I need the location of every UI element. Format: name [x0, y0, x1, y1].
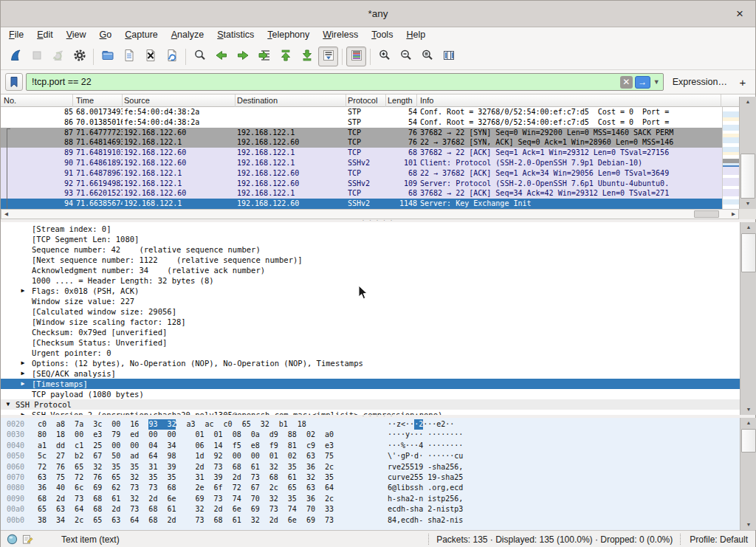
packet-row-85[interactable]: 8568.001734936fe:54:00:d4:38:2aSTP54Conf…: [1, 107, 722, 117]
hex-row-0040[interactable]: 0040a1 dd c1 25 00 00 04 34 06 14 f5 e8 …: [1, 441, 740, 451]
packet-row-89[interactable]: 8971.648191037192.168.122.60192.168.122.…: [1, 148, 722, 158]
go-to-packet-button[interactable]: [254, 47, 274, 66]
detail-line[interactable]: [Window size scaling factor: 128]: [1, 317, 740, 327]
column-header-time[interactable]: Time: [73, 94, 123, 107]
details-scrollbar[interactable]: ▲ ▼: [740, 222, 756, 415]
resize-columns-button[interactable]: [439, 47, 458, 66]
detail-line[interactable]: Sequence number: 42 (relative sequence n…: [1, 244, 740, 255]
hex-ascii[interactable]: \'·gP·d· ······cu: [388, 451, 463, 461]
filter-history-caret-icon[interactable]: ▼: [653, 78, 663, 86]
hex-ascii[interactable]: rve25519 -sha256,: [388, 462, 463, 472]
scroll-down-icon[interactable]: ▼: [740, 520, 756, 530]
zoom-out-button[interactable]: [396, 47, 416, 66]
scrollbar-thumb[interactable]: [741, 233, 756, 272]
bytes-scrollbar[interactable]: ▲ ▼: [740, 418, 756, 530]
scrollbar-thumb[interactable]: [741, 429, 756, 453]
hex-bytes[interactable]: a1 dd c1 25 00 00 04 34 06 14 f5 e8 f9 8…: [38, 441, 334, 451]
hex-row-0080[interactable]: 008036 40 6c 69 62 73 73 68 2e 6f 72 67 …: [1, 483, 740, 493]
hex-ascii[interactable]: 6@libssh .org,ecd: [388, 483, 463, 493]
go-back-button[interactable]: [211, 47, 231, 66]
filter-clear-icon[interactable]: ✕: [620, 76, 633, 89]
save-file-button[interactable]: [119, 47, 139, 66]
go-last-button[interactable]: [297, 47, 317, 66]
expression-button[interactable]: Expression…: [664, 77, 735, 87]
hex-row-00a0[interactable]: 00a065 63 64 68 2d 73 68 61 32 2d 6e 69 …: [1, 504, 740, 515]
detail-line[interactable]: [TCP Segment Len: 1080]: [1, 234, 740, 244]
menu-file[interactable]: File: [2, 27, 30, 44]
detail-line[interactable]: [Next sequence number: 1122 (relative se…: [1, 255, 740, 265]
menu-wireless[interactable]: Wireless: [316, 27, 365, 44]
display-filter-input[interactable]: [27, 74, 620, 90]
filter-add-button[interactable]: +: [735, 74, 751, 90]
hex-bytes[interactable]: 5c 27 b2 67 50 ad 64 98 1d 92 00 00 01 0…: [38, 451, 334, 461]
hex-ascii[interactable]: ···%···4 ········: [388, 441, 463, 451]
scroll-right-icon[interactable]: ▶: [729, 210, 738, 219]
menu-telephony[interactable]: Telephony: [261, 27, 316, 44]
expand-arrow-icon[interactable]: ▶: [18, 368, 27, 379]
menu-analyze[interactable]: Analyze: [165, 27, 210, 44]
find-packet-button[interactable]: [190, 47, 210, 66]
detail-line[interactable]: ▶Flags: 0x018 (PSH, ACK): [1, 286, 740, 296]
detail-line[interactable]: ▶SSH Version 2 (encryption:chacha20-poly…: [1, 410, 740, 415]
go-forward-button[interactable]: [233, 47, 252, 66]
packet-row-94[interactable]: 9471.663856741192.168.122.1192.168.122.6…: [1, 199, 722, 209]
column-header-source[interactable]: Source: [121, 94, 236, 107]
scroll-up-icon[interactable]: ▲: [740, 97, 756, 107]
detail-line[interactable]: Acknowledgment number: 34 (relative ack …: [1, 265, 740, 275]
detail-line[interactable]: ▼SSH Protocol: [1, 399, 740, 410]
detail-line[interactable]: [Checksum Status: Unverified]: [1, 337, 740, 348]
scroll-up-icon[interactable]: ▲: [740, 418, 756, 428]
capture-options-button[interactable]: [69, 47, 89, 66]
close-file-button[interactable]: [140, 47, 160, 66]
detail-line[interactable]: Checksum: 0x79ed [unverified]: [1, 327, 740, 337]
hex-bytes[interactable]: 80 18 00 e3 79 ed 00 00 01 01 08 0a d9 8…: [38, 430, 334, 440]
hex-ascii[interactable]: ··z<···2 ····e2··: [388, 419, 454, 430]
detail-line[interactable]: ▶[SEQ/ACK analysis]: [1, 368, 740, 379]
packet-row-91[interactable]: 9171.648789678192.168.122.1192.168.122.6…: [1, 168, 722, 179]
menu-go[interactable]: Go: [93, 27, 119, 44]
hex-bytes[interactable]: 38 34 2c 65 63 64 68 2d 73 68 61 32 2d 6…: [38, 515, 334, 526]
hex-bytes[interactable]: 72 76 65 32 35 35 31 39 2d 73 68 61 32 3…: [38, 462, 334, 472]
detail-line[interactable]: TCP payload (1080 bytes): [1, 389, 740, 399]
hex-ascii[interactable]: 84,ecdh- sha2-nis: [388, 515, 463, 526]
auto-scroll-button[interactable]: [318, 47, 338, 66]
hex-ascii[interactable]: curve255 19-sha25: [388, 472, 463, 483]
scroll-left-icon[interactable]: ◀: [1, 210, 11, 219]
hex-row-00b0[interactable]: 00b038 34 2c 65 63 64 68 2d 73 68 61 32 …: [1, 515, 740, 526]
hex-row-0090[interactable]: 009068 2d 73 68 61 32 2d 6e 69 73 74 70 …: [1, 494, 740, 504]
detail-line[interactable]: ▶Options: (12 bytes), No-Operation (NOP)…: [1, 358, 740, 368]
close-icon[interactable]: ×: [732, 6, 748, 22]
capture-comment-icon[interactable]: [22, 534, 33, 545]
detail-line[interactable]: Window size value: 227: [1, 296, 740, 306]
hex-bytes[interactable]: 68 2d 73 68 61 32 2d 6e 69 73 74 70 32 3…: [38, 494, 334, 504]
hex-row-0050[interactable]: 00505c 27 b2 67 50 ad 64 98 1d 92 00 00 …: [1, 451, 740, 461]
detail-line[interactable]: Urgent pointer: 0: [1, 348, 740, 358]
expand-arrow-icon[interactable]: ▶: [18, 379, 27, 389]
menu-capture[interactable]: Capture: [118, 27, 164, 44]
scrollbar-thumb[interactable]: [740, 154, 755, 199]
column-header-len[interactable]: Length: [385, 94, 417, 107]
hex-ascii[interactable]: h-sha2-n istp256,: [388, 494, 463, 504]
packet-row-92[interactable]: 9271.661949820192.168.122.1192.168.122.6…: [1, 179, 722, 189]
expand-arrow-icon[interactable]: ▶: [18, 358, 27, 368]
expand-arrow-icon[interactable]: ▶: [18, 410, 27, 415]
scroll-down-icon[interactable]: ▼: [740, 405, 756, 415]
hex-bytes[interactable]: 63 75 72 76 65 32 35 35 31 39 2d 73 68 6…: [38, 472, 334, 483]
go-first-button[interactable]: [275, 47, 295, 66]
expert-info-icon[interactable]: [7, 534, 18, 545]
filter-bookmark-button[interactable]: [5, 73, 23, 91]
filter-apply-icon[interactable]: →: [635, 76, 650, 89]
hex-row-0060[interactable]: 006072 76 65 32 35 35 31 39 2d 73 68 61 …: [1, 462, 740, 472]
packet-row-88[interactable]: 8871.648146932192.168.122.1192.168.122.6…: [1, 137, 722, 148]
detail-line[interactable]: ▶[Timestamps]: [1, 379, 740, 389]
hex-bytes[interactable]: c0 a8 7a 3c 00 16 93 32 85 a3 ac c0 65 3…: [38, 419, 306, 430]
scroll-up-icon[interactable]: ▲: [740, 222, 756, 233]
packet-list-hscrollbar[interactable]: ◀ ▶: [1, 209, 739, 219]
menu-tools[interactable]: Tools: [365, 27, 399, 44]
column-header-info[interactable]: Info: [417, 94, 721, 107]
packet-list-scrollbar[interactable]: ▲ ▼: [739, 97, 756, 209]
hscrollbar-thumb[interactable]: [694, 210, 719, 218]
hex-ascii[interactable]: ecdh-sha 2-nistp3: [388, 504, 463, 515]
menu-view[interactable]: View: [60, 27, 93, 44]
colorize-button[interactable]: [346, 47, 366, 66]
